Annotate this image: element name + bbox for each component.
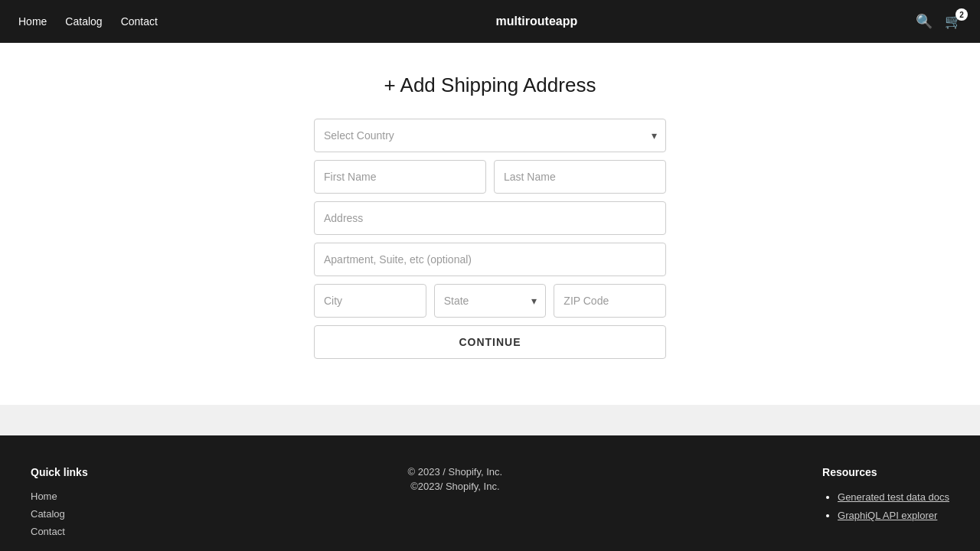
address-input[interactable] [314,201,666,235]
continue-button[interactable]: CONTINUE [314,325,666,359]
first-name-input[interactable] [314,160,486,194]
resource-link-1[interactable]: Generated test data docs [838,491,949,503]
search-icon[interactable]: 🔍 [916,13,933,30]
footer-quick-links: Quick links Home Catalog Contact [31,466,88,543]
footer-center: © 2023 / Shopify, Inc. ©2023/ Shopify, I… [408,466,503,543]
resource-item-2: GraphiQL API explorer [838,509,949,521]
footer: Quick links Home Catalog Contact © 2023 … [0,435,980,551]
footer-top: Quick links Home Catalog Contact © 2023 … [31,466,949,543]
zip-field [554,284,666,318]
resources-title: Resources [822,466,949,478]
footer-copyright-line1: © 2023 / Shopify, Inc. [408,466,503,478]
nav-links: Home Catalog Contact [18,15,158,28]
cart-badge: 2 [956,8,968,21]
last-name-field [494,160,666,194]
apt-field [314,243,666,276]
footer-link-contact[interactable]: Contact [31,526,88,537]
quick-links-title: Quick links [31,466,88,478]
address-form: Select Country United States Canada Unit… [314,119,666,359]
first-name-field [314,160,486,194]
navigation: Home Catalog Contact multirouteapp 🔍 🛒 2 [0,0,980,43]
city-field [314,284,426,318]
state-field: State [434,284,547,318]
resource-item-1: Generated test data docs [838,491,949,503]
page-title: + Add Shipping Address [384,73,596,97]
footer-link-home[interactable]: Home [31,491,88,502]
city-input[interactable] [314,284,426,318]
city-state-zip-row: State [314,284,666,318]
brand-logo: multirouteapp [496,15,578,28]
address-field [314,201,666,235]
nav-link-contact[interactable]: Contact [121,15,158,28]
apt-input[interactable] [314,243,666,276]
nav-link-home[interactable]: Home [18,15,47,28]
resources-list: Generated test data docs GraphiQL API ex… [822,491,949,521]
footer-copyright-line2: ©2023/ Shopify, Inc. [408,481,503,492]
country-select[interactable]: Select Country United States Canada Unit… [314,119,666,152]
cart-icon[interactable]: 🛒 2 [945,13,962,30]
main-content: + Add Shipping Address Select Country Un… [0,43,980,405]
footer-link-catalog[interactable]: Catalog [31,508,88,520]
section-divider [0,405,980,435]
state-select[interactable]: State [434,284,547,318]
country-field: Select Country United States Canada Unit… [314,119,666,152]
name-row [314,160,666,194]
zip-input[interactable] [554,284,666,318]
nav-link-catalog[interactable]: Catalog [65,15,102,28]
resource-link-2[interactable]: GraphiQL API explorer [838,510,949,521]
nav-actions: 🔍 🛒 2 [916,13,962,30]
footer-resources: Resources Generated test data docs Graph… [822,466,949,543]
last-name-input[interactable] [494,160,666,194]
